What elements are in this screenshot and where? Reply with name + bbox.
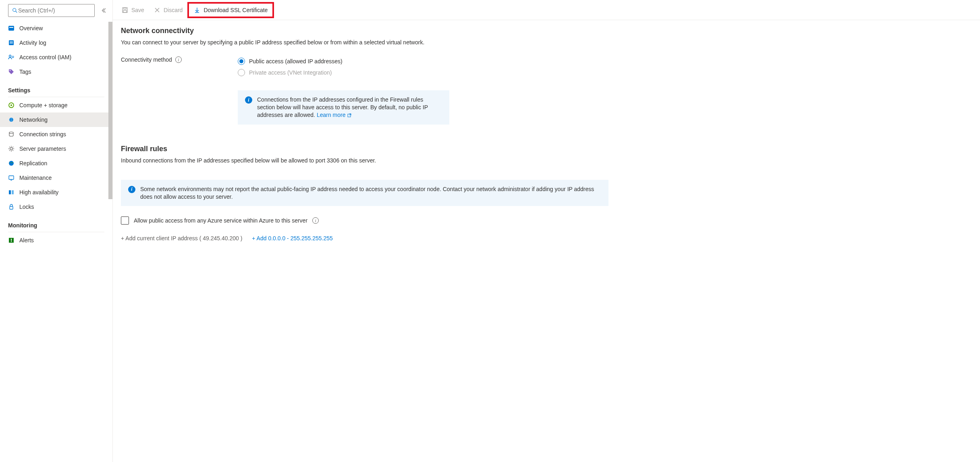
svg-rect-30 <box>10 206 13 209</box>
save-label: Save <box>131 7 144 13</box>
add-client-ip-button[interactable]: + Add current client IP address ( 49.245… <box>121 235 242 241</box>
sidebar-item-maintenance[interactable]: Maintenance <box>0 171 112 185</box>
svg-rect-2 <box>8 26 14 31</box>
sidebar-item-compute-storage[interactable]: Compute + storage <box>0 98 112 112</box>
svg-point-16 <box>10 148 12 150</box>
content: Network connectivity You can connect to … <box>121 20 980 254</box>
main: Save Discard Download SSL Certificate Ne… <box>113 0 980 462</box>
sidebar-item-tags[interactable]: Tags <box>0 65 112 79</box>
svg-line-24 <box>13 147 14 148</box>
alerts-icon <box>8 237 15 243</box>
nav-label: Replication <box>19 160 47 166</box>
nav-group-monitoring: Monitoring <box>0 214 112 231</box>
nav-label: Activity log <box>19 40 46 46</box>
sidebar-item-replication[interactable]: Replication <box>0 156 112 171</box>
allow-azure-checkbox-row[interactable]: Allow public access from any Azure servi… <box>121 216 964 225</box>
sidebar-item-high-availability[interactable]: High availability <box>0 185 112 200</box>
download-ssl-button[interactable]: Download SSL Certificate <box>187 2 274 18</box>
overview-icon <box>8 25 15 31</box>
search-input[interactable] <box>18 7 91 14</box>
info-icon: i <box>128 186 135 193</box>
sidebar-item-overview[interactable]: Overview <box>0 21 112 35</box>
discard-button[interactable]: Discard <box>149 2 187 18</box>
nav-label: Tags <box>19 69 31 75</box>
svg-line-23 <box>9 150 10 151</box>
info-icon[interactable]: i <box>175 56 182 63</box>
nav-label: Connection strings <box>19 131 66 137</box>
discard-label: Discard <box>164 7 183 13</box>
save-icon <box>122 7 128 13</box>
radio-circle-disabled <box>238 69 245 76</box>
svg-rect-33 <box>11 241 12 242</box>
svg-rect-5 <box>10 42 13 42</box>
connectivity-method-row: Connectivity method i Public access (all… <box>121 56 964 125</box>
sidebar-item-activity-log[interactable]: Activity log <box>0 35 112 50</box>
nav-label: Overview <box>19 25 43 31</box>
info-icon[interactable]: i <box>312 217 319 224</box>
allow-azure-label: Allow public access from any Azure servi… <box>134 217 307 224</box>
section-network-connectivity-title: Network connectivity <box>121 27 964 35</box>
tags-icon <box>8 69 15 75</box>
save-button[interactable]: Save <box>117 2 149 18</box>
sidebar-scrollbar[interactable] <box>108 22 112 462</box>
sidebar-item-locks[interactable]: Locks <box>0 200 112 214</box>
download-label: Download SSL Certificate <box>203 7 268 13</box>
add-ip-row: + Add current client IP address ( 49.245… <box>121 235 964 241</box>
download-icon <box>194 7 200 13</box>
divider <box>8 232 104 232</box>
search-row <box>0 4 112 21</box>
connectivity-method-label: Connectivity method <box>121 56 172 63</box>
search-box[interactable] <box>8 4 95 17</box>
collapse-sidebar-button[interactable] <box>99 6 108 15</box>
sidebar-item-alerts[interactable]: Alerts <box>0 233 112 248</box>
divider <box>8 97 104 97</box>
svg-point-8 <box>12 56 14 58</box>
checkbox-unchecked[interactable] <box>121 216 129 225</box>
svg-point-9 <box>10 70 10 71</box>
svg-rect-3 <box>9 27 13 28</box>
networking-icon <box>8 117 15 123</box>
radio-public-access[interactable]: Public access (allowed IP addresses) <box>238 56 964 67</box>
ip-warning-box: i Some network environments may not repo… <box>121 180 608 206</box>
svg-point-15 <box>9 132 13 133</box>
sidebar-item-connection-strings[interactable]: Connection strings <box>0 127 112 142</box>
learn-more-link[interactable]: Learn more <box>317 112 352 118</box>
iam-icon <box>8 54 15 60</box>
nav-label: Networking <box>19 117 48 123</box>
radio-label: Private access (VNet Integration) <box>249 69 332 76</box>
network-connectivity-desc: You can connect to your server by specif… <box>121 39 964 46</box>
firewall-info-box: i Connections from the IP addresses conf… <box>238 90 449 125</box>
section-firewall-rules-title: Firewall rules <box>121 145 964 153</box>
nav-label: Access control (IAM) <box>19 54 71 60</box>
add-any-ip-button[interactable]: + Add 0.0.0.0 - 255.255.255.255 <box>252 235 332 241</box>
svg-point-0 <box>13 8 16 12</box>
radio-label: Public access (allowed IP addresses) <box>249 58 343 65</box>
connection-strings-icon <box>8 131 15 137</box>
sidebar-item-networking[interactable]: Networking <box>0 112 112 127</box>
radio-private-access: Private access (VNet Integration) <box>238 67 964 78</box>
ha-icon <box>8 189 15 196</box>
info-text: Some network environments may not report… <box>140 185 601 201</box>
toolbar: Save Discard Download SSL Certificate <box>113 0 980 20</box>
info-text: Connections from the IP addresses config… <box>257 96 442 119</box>
nav-list: Overview Activity log Access control (IA… <box>0 21 112 462</box>
svg-line-21 <box>9 147 10 148</box>
svg-rect-28 <box>9 190 11 194</box>
nav-label: Maintenance <box>19 175 52 181</box>
activity-log-icon <box>8 40 15 46</box>
scrollbar-thumb[interactable] <box>108 22 112 199</box>
svg-rect-26 <box>9 176 14 179</box>
info-icon: i <box>245 96 252 104</box>
svg-point-11 <box>10 104 12 106</box>
svg-line-1 <box>16 11 17 13</box>
svg-point-25 <box>9 161 14 166</box>
globe-icon <box>8 160 15 166</box>
firewall-rules-desc: Inbound connections from the IP addresse… <box>121 157 964 164</box>
firewall-rules-section: Firewall rules Inbound connections from … <box>121 145 964 242</box>
sidebar-item-iam[interactable]: Access control (IAM) <box>0 50 112 65</box>
sidebar: Overview Activity log Access control (IA… <box>0 0 113 462</box>
maintenance-icon <box>8 175 15 181</box>
svg-rect-6 <box>10 43 13 44</box>
sidebar-item-server-parameters[interactable]: Server parameters <box>0 142 112 156</box>
svg-point-7 <box>9 55 11 57</box>
